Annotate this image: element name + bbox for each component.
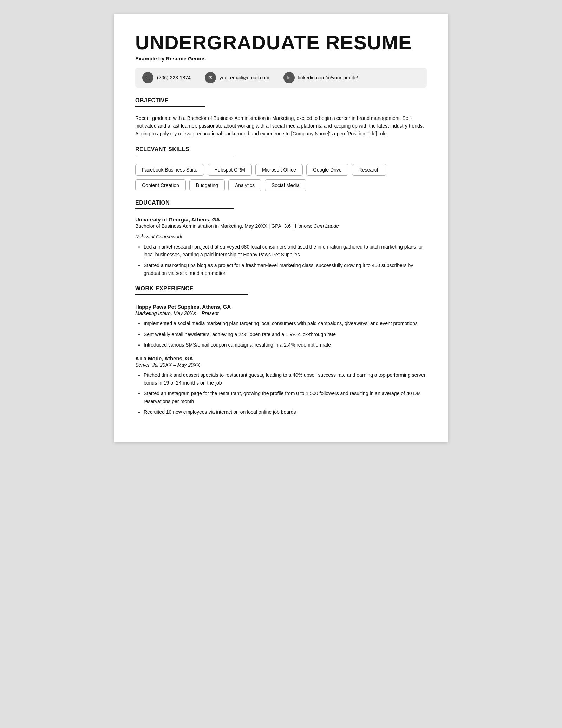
job1-bullet: Implemented a social media marketing pla… <box>144 320 427 327</box>
skill-tag: Content Creation <box>135 179 186 191</box>
education-bullet: Led a market research project that surve… <box>144 243 427 259</box>
objective-section: OBJECTIVE Recent graduate with a Bachelo… <box>135 97 427 138</box>
honors-text: Cum Laude <box>313 223 339 229</box>
skill-tag: Hubspot CRM <box>208 164 252 176</box>
skill-tag: Google Drive <box>306 164 348 176</box>
linkedin-icon: in <box>283 72 295 83</box>
job1-title: Marketing Intern, May 20XX – Present <box>135 310 427 316</box>
job1-bullets: Implemented a social media marketing pla… <box>144 320 427 349</box>
resume-page: UNDERGRADUATE RESUME Example by Resume G… <box>114 14 448 442</box>
job2-title: Server, Jul 20XX – May 20XX <box>135 362 427 368</box>
email-address: your.email@email.com <box>220 75 269 80</box>
education-school: University of Georgia, Athens, GA <box>135 217 427 223</box>
linkedin-url: linkedin.com/in/your-profile/ <box>298 75 358 80</box>
degree-text: Bachelor of Business Administration in M… <box>135 223 312 229</box>
work-experience-heading: WORK EXPERIENCE <box>135 285 248 295</box>
skills-section: RELEVANT SKILLS Facebook Business Suite … <box>135 146 427 191</box>
skill-tag: Budgeting <box>189 179 225 191</box>
skill-tag: Microsoft Office <box>255 164 303 176</box>
resume-subtitle: Example by Resume Genius <box>135 56 427 62</box>
education-heading: EDUCATION <box>135 200 234 209</box>
skills-grid: Facebook Business Suite Hubspot CRM Micr… <box>135 164 427 191</box>
job2-bullet: Started an Instagram page for the restau… <box>144 389 427 405</box>
skills-heading: RELEVANT SKILLS <box>135 146 234 155</box>
resume-title: UNDERGRADUATE RESUME <box>135 32 427 53</box>
objective-text: Recent graduate with a Bachelor of Busin… <box>135 114 427 138</box>
phone-icon: 📞 <box>142 72 153 83</box>
skill-tag: Social Media <box>265 179 306 191</box>
job2-company: A La Mode, Athens, GA <box>135 355 427 361</box>
job1-bullet: Sent weekly email newsletters, achieving… <box>144 330 427 338</box>
email-icon: ✉ <box>205 72 216 83</box>
education-bullets: Led a market research project that surve… <box>144 243 427 277</box>
job1-company: Happy Paws Pet Supplies, Athens, GA <box>135 304 427 310</box>
education-degree: Bachelor of Business Administration in M… <box>135 223 427 229</box>
phone-number: (706) 223-1874 <box>157 75 191 80</box>
skill-tag: Analytics <box>228 179 261 191</box>
work-experience-section: WORK EXPERIENCE Happy Paws Pet Supplies,… <box>135 285 427 416</box>
objective-heading: OBJECTIVE <box>135 97 205 107</box>
job1-bullet: Introduced various SMS/email coupon camp… <box>144 341 427 349</box>
job2-bullet: Pitched drink and dessert specials to re… <box>144 371 427 387</box>
coursework-label: Relevant Coursework <box>135 234 427 239</box>
job2-bullet: Recruited 10 new employees via interacti… <box>144 408 427 416</box>
contact-bar: 📞 (706) 223-1874 ✉ your.email@email.com … <box>135 68 427 88</box>
contact-phone: 📞 (706) 223-1874 <box>142 72 191 83</box>
skill-tag: Research <box>352 164 386 176</box>
contact-linkedin: in linkedin.com/in/your-profile/ <box>283 72 358 83</box>
education-bullet: Started a marketing tips blog as a proje… <box>144 262 427 277</box>
education-section: EDUCATION University of Georgia, Athens,… <box>135 200 427 277</box>
contact-email: ✉ your.email@email.com <box>205 72 269 83</box>
job2-bullets: Pitched drink and dessert specials to re… <box>144 371 427 416</box>
skill-tag: Facebook Business Suite <box>135 164 204 176</box>
